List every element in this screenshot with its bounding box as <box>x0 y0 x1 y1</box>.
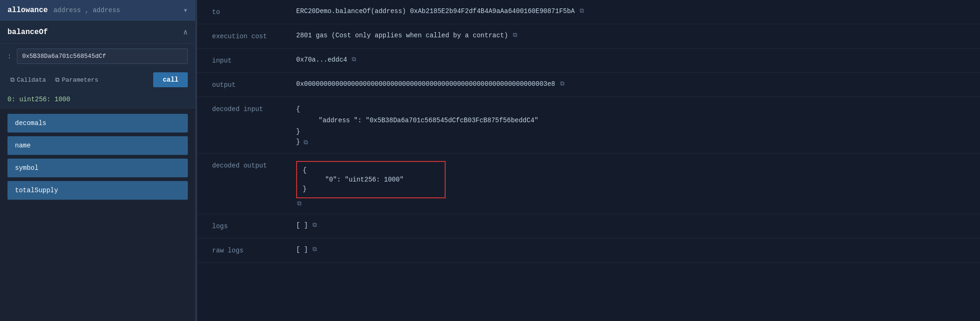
allowance-params: address , address <box>53 7 178 14</box>
detail-value-to: ERC20Demo.balanceOf(address) 0xAb2185E2b… <box>296 7 965 15</box>
json-line: "address ": "0x5B38Da6a701c568545dCfcB03… <box>296 116 538 125</box>
balanceof-chevron-icon[interactable]: ∧ <box>183 28 188 37</box>
json-line: { <box>303 166 439 175</box>
copy-button[interactable]: ⧉ <box>351 56 357 62</box>
copy-icon: ⧉ <box>10 77 14 84</box>
json-line: } <box>303 184 439 194</box>
totalsupply-button[interactable]: totalSupply <box>7 181 188 200</box>
detail-value-logs: [ ]⧉ <box>296 222 965 229</box>
call-result: 0: uint256: 1000 <box>0 91 195 108</box>
detail-value-output: 0x00000000000000000000000000000000000000… <box>296 80 965 88</box>
symbol-button[interactable]: symbol <box>7 159 188 177</box>
detail-rows: toERC20Demo.balanceOf(address) 0xAb2185E… <box>197 0 980 263</box>
detail-label-decoded-input: decoded input <box>212 105 296 113</box>
detail-row: execution cost2801 gas (Cost only applie… <box>197 24 980 49</box>
copy-button[interactable]: ⧉ <box>579 7 585 14</box>
allowance-row[interactable]: allowance address , address ▾ <box>0 0 195 21</box>
left-panel: allowance address , address ▾ balanceOf … <box>0 0 196 321</box>
detail-label-input: input <box>212 56 296 64</box>
code-text: ERC20Demo.balanceOf(address) 0xAb2185E2b… <box>296 7 575 15</box>
copy-button[interactable]: ⧉ <box>296 200 302 206</box>
detail-label-decoded-output: decoded output <box>212 161 296 169</box>
detail-value-decoded-output: {"0": "uint256: 1000"}⧉ <box>296 161 965 206</box>
json-line: } <box>296 127 300 136</box>
detail-row: output0x00000000000000000000000000000000… <box>197 73 980 97</box>
detail-value-raw-logs: [ ]⧉ <box>296 246 965 253</box>
detail-row: logs[ ]⧉ <box>197 214 980 238</box>
input-colon-label: : <box>7 53 11 60</box>
json-line: { <box>296 105 300 114</box>
name-label: name <box>15 142 31 149</box>
detail-value-decoded-input: {"address ": "0x5B38Da6a701c568545dCfcB0… <box>296 105 965 146</box>
detail-label-output: output <box>212 80 296 89</box>
detail-row: decoded output{"0": "uint256: 1000"}⧉ <box>197 154 980 214</box>
parameters-label: Parameters <box>62 77 98 84</box>
copy-button[interactable]: ⧉ <box>312 246 318 252</box>
name-button[interactable]: name <box>7 136 188 155</box>
parameters-button[interactable]: ⧉ Parameters <box>52 75 101 85</box>
json-copy-row: }⧉ <box>296 138 309 146</box>
code-text: 0x70a...eddc4 <box>296 56 347 63</box>
detail-value-execution-cost: 2801 gas (Cost only applies when called … <box>296 32 965 39</box>
json-copy-row: ⧉ <box>296 200 302 206</box>
balanceof-header: balanceOf ∧ <box>0 21 195 44</box>
copy-button[interactable]: ⧉ <box>512 32 518 38</box>
detail-value-input: 0x70a...eddc4⧉ <box>296 56 965 63</box>
balanceof-title: balanceOf <box>7 28 48 36</box>
detail-label-logs: logs <box>212 222 296 230</box>
detail-row: raw logs[ ]⧉ <box>197 238 980 263</box>
copy-button[interactable]: ⧉ <box>312 222 318 228</box>
address-input-row: : <box>0 44 195 69</box>
allowance-label: allowance <box>7 6 48 14</box>
detail-label-to: to <box>212 7 296 16</box>
copy-button[interactable]: ⧉ <box>303 139 309 145</box>
decoded-output-box: {"0": "uint256: 1000"} <box>296 161 446 198</box>
detail-row: input0x70a...eddc4⧉ <box>197 49 980 73</box>
code-text: [ ] <box>296 246 308 253</box>
calldata-button[interactable]: ⧉ Calldata <box>7 75 49 85</box>
function-buttons: decomals name symbol totalSupply <box>0 108 195 205</box>
totalsupply-label: totalSupply <box>15 187 58 194</box>
code-text: 0x00000000000000000000000000000000000000… <box>296 80 555 88</box>
code-text: 2801 gas (Cost only applies when called … <box>296 32 508 39</box>
call-button-row: ⧉ Calldata ⧉ Parameters call <box>0 69 195 91</box>
detail-row: decoded input{"address ": "0x5B38Da6a701… <box>197 97 980 154</box>
code-text: [ ] <box>296 222 308 229</box>
address-input[interactable] <box>17 49 188 64</box>
json-closing-brace: } <box>296 138 300 146</box>
symbol-label: symbol <box>15 164 38 172</box>
copy-button[interactable]: ⧉ <box>559 80 565 86</box>
detail-label-execution-cost: execution cost <box>212 32 296 40</box>
decomals-label: decomals <box>15 119 46 127</box>
balanceof-section: balanceOf ∧ : ⧉ Calldata ⧉ Parameters ca… <box>0 21 195 108</box>
allowance-chevron-icon[interactable]: ▾ <box>183 6 188 15</box>
copy-icon: ⧉ <box>55 77 59 84</box>
decomals-button[interactable]: decomals <box>7 114 188 133</box>
call-button[interactable]: call <box>153 72 188 87</box>
json-line: "0": "uint256: 1000" <box>303 175 439 184</box>
detail-label-raw-logs: raw logs <box>212 246 296 254</box>
right-panel: toERC20Demo.balanceOf(address) 0xAb2185E… <box>197 0 980 321</box>
calldata-label: Calldata <box>17 77 46 84</box>
detail-row: toERC20Demo.balanceOf(address) 0xAb2185E… <box>197 0 980 24</box>
